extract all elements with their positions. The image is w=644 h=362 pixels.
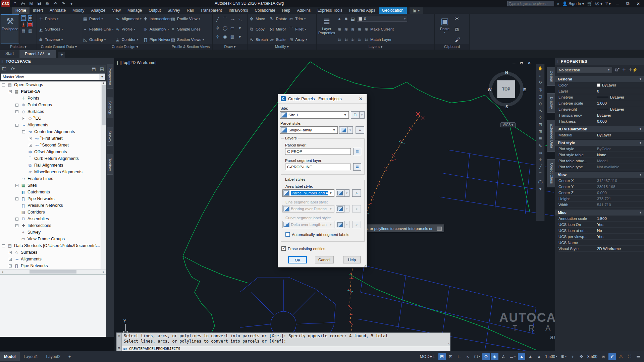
toolspace-tab-prospector[interactable]: Prospector [107, 64, 113, 89]
open-drawing-icon[interactable]: 🗔 [2, 66, 6, 71]
quick-select-icon[interactable]: ⧉⁺ [615, 67, 620, 73]
tree-item-second-street[interactable]: +↝◥Second Street [0, 142, 101, 148]
draw-tool-icon-10[interactable]: ▨ [230, 34, 234, 39]
property-row-view-center-x[interactable]: Center X312467.110 [558, 178, 644, 184]
toolspace-button[interactable]: ⚒Toolspace [1, 15, 19, 44]
draw-tool-icon-4[interactable]: ※ [216, 25, 220, 31]
properties-header[interactable]: ⣿ PROPERTIES [555, 58, 644, 65]
sign-in-button[interactable]: 👤 Sign In ▾ [562, 1, 584, 6]
ok-button[interactable]: OK [288, 256, 307, 263]
tree-expander-icon[interactable]: − [22, 130, 25, 133]
property-row-misc-ucs-name[interactable]: UCS Name [558, 240, 644, 246]
open-icon[interactable]: 🗁 [20, 1, 26, 6]
tree-expander-icon[interactable]: + [15, 184, 18, 187]
panel-label-palettes[interactable]: Palettes ▾ [0, 44, 37, 50]
document-tab-parcel-1a[interactable]: Parcel-1A*✕ [19, 50, 56, 58]
stack-icon[interactable]: ≋ [364, 27, 369, 32]
edit-parcel-style-dropdown[interactable]: ▼ [347, 126, 353, 134]
cut-icon[interactable]: ✂ [455, 15, 460, 22]
ribbon-tab-transparent[interactable]: Transparent [197, 7, 225, 14]
command-close-icon[interactable]: ✕ [118, 334, 120, 338]
workspace-gear-icon[interactable]: ⚙▾ [559, 353, 568, 360]
customize-qat-icon[interactable]: ▾ [68, 1, 74, 6]
help-button[interactable]: Help [343, 256, 361, 263]
command-wrench-icon[interactable]: ⚙ [118, 346, 121, 350]
ribbon-button-stretch[interactable]: ⇱Stretch [249, 36, 268, 43]
ribbon-button-profile[interactable]: ∿Profile▾ [115, 26, 142, 33]
snap-tool-icon[interactable]: ⊡ [539, 122, 542, 127]
tree-item-alignments[interactable]: −↝Alignments [0, 122, 101, 128]
edit-area-style-button[interactable] [336, 189, 344, 197]
panorama-icon[interactable]: ▥ [28, 28, 32, 33]
tree-item-view-frame-groups[interactable]: ▭View Frame Groups [0, 236, 101, 242]
property-row-misc-annotation-scale[interactable]: Annotation scale1:500 [558, 216, 644, 222]
panel-label-modify[interactable]: Modify ▾ [248, 44, 316, 50]
ribbon-button-surfaces[interactable]: ◭Surfaces▾ [38, 26, 63, 33]
toggle-pickadd-icon[interactable]: ✛⚡ [629, 67, 638, 72]
property-row-3d-visualization-material[interactable]: MaterialByLayer [558, 132, 644, 138]
properties-palette-icon[interactable]: 🗔 [21, 16, 25, 20]
unlock-icon[interactable]: ≋ [357, 37, 362, 42]
close-tool-icon[interactable]: ▾ [539, 187, 541, 191]
ribbon-tab-rail[interactable]: Rail [183, 7, 197, 14]
parcel-layer-input[interactable]: C-PROP [285, 148, 351, 155]
edit-curve-style-button[interactable] [336, 221, 344, 228]
chevron-down-icon[interactable]: ▼ [331, 128, 337, 132]
panel-label-draw[interactable]: Draw ▾ [213, 44, 247, 50]
tree-expander-icon[interactable]: + [15, 224, 18, 227]
minimize-button[interactable]: ─ [614, 1, 621, 6]
property-row-view-center-y[interactable]: Center Y23915.168 [558, 184, 644, 190]
draw-tool-icon-3[interactable]: ⋱ [238, 17, 242, 22]
save-as-icon[interactable]: 🖬 [36, 1, 42, 6]
circle-tool-icon[interactable]: ◯ [538, 180, 542, 184]
isodraft-icon[interactable]: ⬡▾ [473, 353, 481, 360]
tree-item-parcel-1a[interactable]: −▤Parcel-1A [0, 88, 101, 95]
tree-expander-icon[interactable]: + [15, 197, 18, 200]
tree-item-catchments[interactable]: ◧Catchments [0, 189, 101, 195]
properties-tab-display[interactable]: Display [547, 93, 555, 113]
point-tool-icon[interactable]: ✛ [539, 158, 542, 162]
object-type-select[interactable]: No selection ▼ [557, 67, 612, 73]
performance-warning-icon[interactable]: ⚠ [617, 353, 625, 360]
property-row-general-thickness[interactable]: Thickness0.000 [558, 118, 644, 124]
tree-item-data-shortcuts-c-users-public-documents[interactable]: −▤Data Shortcuts [C:\Users\Public\Docume… [0, 242, 101, 249]
property-row-misc-ucs-per-viewp[interactable]: UCS per viewp...Yes [558, 234, 644, 240]
redo-icon[interactable]: ↷ ▾ [60, 1, 66, 6]
tree-expander-icon[interactable]: + [29, 144, 32, 147]
toolspace-tab-survey[interactable]: Survey [107, 127, 113, 146]
command-scroll-up-icon[interactable]: ˄ [448, 342, 449, 346]
tree-expander-icon[interactable]: + [22, 117, 25, 120]
clean-screen-icon[interactable]: ⛶ [626, 353, 633, 360]
ribbon-button-feature-line[interactable]: ⌁Feature Line▾ [83, 26, 114, 33]
preview-parcel-style-button[interactable]: ⌕ [356, 126, 364, 134]
c3d-logo-icon[interactable]: C3D [1, 0, 10, 7]
ribbon-button-scale[interactable]: ▱Scale [269, 36, 287, 43]
ribbon-tab-add-ins[interactable]: Add-ins [293, 7, 314, 14]
tree-expander-icon[interactable]: + [9, 264, 12, 267]
tree-item-pipe-networks[interactable]: +∏Pipe Networks [0, 195, 101, 202]
ribbon-tab-insert[interactable]: Insert [30, 7, 46, 14]
polar-tracking-icon[interactable]: ⊾ [465, 353, 472, 360]
viewport-close-icon[interactable]: ✕ [528, 61, 531, 65]
draw-tool-icon-9[interactable]: ◉ [223, 34, 227, 39]
crosshair-icon[interactable]: ＋ [569, 353, 576, 360]
properties-tab-object-class[interactable]: Object Class [547, 159, 555, 187]
walk-icon[interactable]: ≋ [343, 37, 349, 42]
toolbox-icon[interactable]: 🧰 [28, 22, 33, 27]
tree-item-miscellaneous-alignments[interactable]: ↫Miscellaneous Alignments [0, 169, 101, 175]
toolspace-tree[interactable]: −▤Open Drawings−▤Parcel-1A✛Points+⊕Point… [0, 81, 101, 269]
measure-tool-icon[interactable]: ⇱ [539, 108, 542, 113]
ribbon-button-points[interactable]: ✛Points▾ [38, 15, 63, 22]
tree-item-assemblies[interactable]: +⊓Assemblies [0, 216, 101, 222]
tree-expander-icon[interactable]: − [2, 244, 5, 247]
dialog-title-bar[interactable]: C Create Parcels - From objects ✕ [278, 94, 367, 104]
viewcube-south[interactable]: S [505, 105, 508, 109]
tree-item-point-groups[interactable]: +⊕Point Groups [0, 102, 101, 108]
property-row-misc-ucs-icon-on[interactable]: UCS icon OnYes [558, 222, 644, 228]
toolspace-tab-toolbox[interactable]: Toolbox [107, 155, 113, 175]
paste-button[interactable]: ▣Paste▾ [436, 15, 453, 44]
edit-area-style-dropdown[interactable]: ▼ [344, 189, 350, 197]
tree-item-first-street[interactable]: +↝◥First Street [0, 135, 101, 142]
snap-mode-icon[interactable]: ⊡ [447, 353, 454, 360]
make-current-button[interactable]: ≋≋≋≋≋Make Current [337, 26, 407, 33]
